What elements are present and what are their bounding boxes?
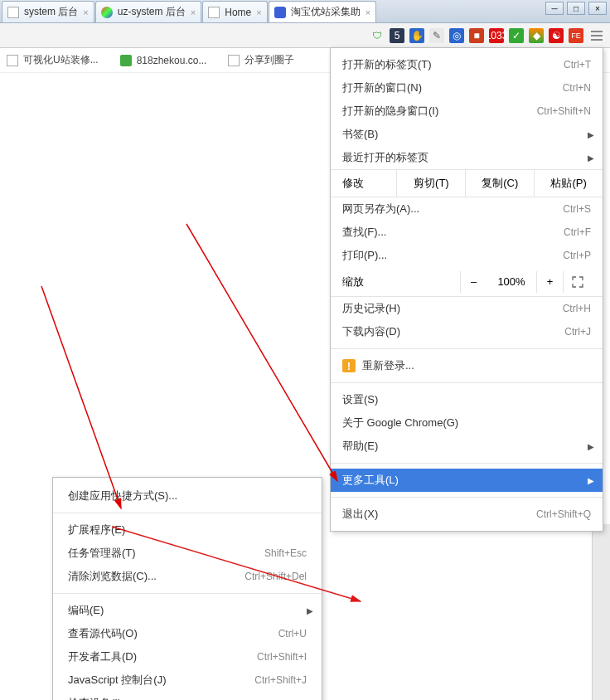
svg-line-1 [41, 286, 121, 508]
menu-label: 书签(B) [342, 127, 378, 142]
menu-label: 开发者工具(D) [68, 649, 137, 664]
chevron-right-icon: ▶ [588, 153, 594, 163]
menu-label: 最近打开的标签页 [342, 150, 428, 165]
edit-label: 修改 [331, 170, 397, 197]
warning-icon: ! [342, 359, 356, 372]
submenu-inspect-devices[interactable]: 检查设备(I) [53, 692, 322, 700]
submenu-encoding[interactable]: 编码(E)▶ [53, 599, 322, 622]
shortcut: Ctrl+H [563, 303, 591, 314]
menu-label: 创建应用快捷方式(S)... [68, 489, 177, 503]
close-icon[interactable]: × [366, 7, 370, 17]
menu-label: 扩展程序(E) [68, 523, 125, 537]
shortcut: Ctrl+F [564, 226, 591, 238]
menu-new-tab[interactable]: 打开新的标签页(T)Ctrl+T [331, 53, 603, 76]
menu-paste[interactable]: 粘贴(P) [535, 170, 603, 197]
menu-label: 帮助(E) [342, 439, 378, 454]
page-icon [7, 55, 18, 66]
bookmark-label: 818zhekou.co... [137, 55, 207, 66]
zoom-out-button[interactable]: – [460, 271, 487, 293]
menu-label: JavaScript 控制台(J) [68, 673, 166, 688]
close-icon[interactable]: × [83, 7, 88, 17]
tab-label: uz-system 后台 [118, 5, 186, 19]
menu-save-page[interactable]: 网页另存为(A)...Ctrl+S [331, 197, 603, 221]
submenu-js-console[interactable]: JavaScript 控制台(J)Ctrl+Shift+J [53, 668, 322, 692]
menu-recent-tabs[interactable]: 最近打开的标签页▶ [331, 146, 603, 169]
ext-icon[interactable]: ✓ [509, 28, 524, 43]
extensions-area: 5 ✋ ✎ ◎ ■ 1033 ✓ ◆ ☯ FE [390, 28, 605, 43]
ext-icon[interactable]: ■ [469, 28, 484, 43]
menu-label: 下载内容(D) [342, 324, 400, 339]
wand-icon[interactable]: ✎ [429, 28, 444, 43]
menu-incognito[interactable]: 打开新的隐身窗口(I)Ctrl+Shift+N [331, 100, 603, 123]
bookmark[interactable]: 分享到圈子 [228, 53, 294, 67]
shortcut: Ctrl+Shift+I [257, 651, 307, 663]
menu-label: 关于 Google Chrome(G) [342, 416, 458, 430]
shortcut: Ctrl+Shift+Del [244, 571, 307, 582]
doc-icon [208, 7, 220, 18]
close-button[interactable]: × [588, 2, 607, 15]
tab[interactable]: Home × [202, 1, 267, 22]
shield-icon[interactable]: 🛡 [370, 28, 385, 43]
submenu-create-shortcut[interactable]: 创建应用快捷方式(S)... [53, 484, 322, 508]
tab[interactable]: 淘宝优站采集助 × [269, 1, 376, 22]
ext-icon[interactable]: 5 [390, 28, 404, 43]
menu-new-window[interactable]: 打开新的窗口(N)Ctrl+N [331, 76, 603, 100]
menu-relogin[interactable]: !重新登录... [331, 354, 603, 377]
fullscreen-button[interactable] [563, 271, 591, 293]
badge-icon[interactable]: 1033 [489, 28, 504, 43]
hand-icon[interactable]: ✋ [409, 28, 424, 43]
menu-help[interactable]: 帮助(E)▶ [331, 435, 603, 458]
menu-label: 历史记录(H) [342, 301, 400, 316]
menu-bookmarks[interactable]: 书签(B)▶ [331, 123, 603, 146]
tab[interactable]: uz-system 后台 × [95, 1, 201, 22]
menu-copy[interactable]: 复制(C) [466, 170, 535, 197]
menu-label: 查找(F)... [342, 225, 386, 240]
ext-icon[interactable]: FE [569, 28, 583, 43]
zoom-value: 100% [487, 275, 536, 288]
zoom-in-button[interactable]: + [536, 271, 563, 293]
maximize-button[interactable]: □ [567, 2, 585, 15]
minimize-button[interactable]: ─ [545, 2, 564, 15]
menu-history[interactable]: 历史记录(H)Ctrl+H [331, 297, 603, 320]
shortcut: Ctrl+Shift+Q [536, 508, 591, 520]
bookmark[interactable]: 可视化U站装修... [7, 53, 99, 67]
menu-label: 重新登录... [362, 358, 414, 373]
menu-downloads[interactable]: 下载内容(D)Ctrl+J [331, 320, 603, 343]
submenu-task-manager[interactable]: 任务管理器(T)Shift+Esc [53, 542, 322, 565]
menu-more-tools[interactable]: 更多工具(L)▶ [331, 469, 603, 492]
green-icon [120, 55, 132, 66]
menu-cut[interactable]: 剪切(T) [397, 170, 466, 197]
tab[interactable]: system 后台 × [2, 1, 94, 22]
bookmark[interactable]: 818zhekou.co... [120, 55, 207, 66]
chevron-right-icon: ▶ [588, 476, 594, 485]
menu-label: 编码(E) [68, 603, 104, 618]
submenu-extensions[interactable]: 扩展程序(E) [53, 518, 322, 542]
separator [331, 463, 603, 464]
chevron-right-icon: ▶ [588, 442, 594, 451]
close-icon[interactable]: × [191, 7, 196, 17]
scrollbar-track[interactable] [592, 524, 610, 700]
close-icon[interactable]: × [256, 7, 261, 17]
main-menu-button[interactable] [588, 28, 605, 43]
shortcut: Ctrl+N [563, 82, 591, 94]
submenu-devtools[interactable]: 开发者工具(D)Ctrl+Shift+I [53, 645, 322, 668]
menu-settings[interactable]: 设置(S) [331, 388, 603, 411]
menu-about[interactable]: 关于 Google Chrome(G) [331, 411, 603, 435]
shortcut: Ctrl+T [564, 59, 591, 70]
separator [331, 382, 603, 383]
chevron-right-icon: ▶ [307, 606, 313, 615]
menu-print[interactable]: 打印(P)...Ctrl+P [331, 244, 603, 267]
menu-label: 任务管理器(T) [68, 546, 136, 561]
submenu-clear-data[interactable]: 清除浏览数据(C)...Ctrl+Shift+Del [53, 565, 322, 588]
submenu-view-source[interactable]: 查看源代码(O)Ctrl+U [53, 622, 322, 645]
ext-icon[interactable]: ☯ [549, 28, 564, 43]
menu-exit[interactable]: 退出(X)Ctrl+Shift+Q [331, 503, 603, 526]
swirl-icon[interactable]: ◎ [449, 28, 464, 43]
menu-find[interactable]: 查找(F)...Ctrl+F [331, 221, 603, 244]
paw-icon [274, 7, 286, 18]
tab-label: system 后台 [24, 5, 78, 19]
menu-label: 清除浏览数据(C)... [68, 569, 157, 584]
menu-label: 更多工具(L) [342, 473, 399, 488]
ext-icon[interactable]: ◆ [529, 28, 544, 43]
window-controls: ─ □ × [545, 2, 607, 15]
